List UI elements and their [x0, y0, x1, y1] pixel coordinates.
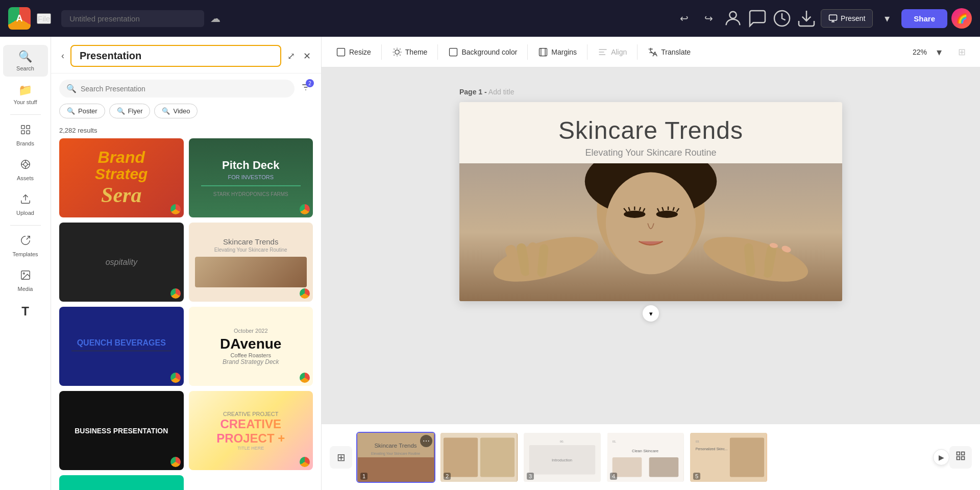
svg-rect-22 — [450, 48, 457, 56]
thumb-1-menu[interactable]: ⋯ — [420, 435, 432, 447]
template-card-business[interactable]: BUSINESS PRESENTATION — [59, 391, 184, 470]
sidebar-item-assets[interactable]: Assets — [3, 154, 48, 186]
present-button[interactable]: Present — [821, 9, 873, 28]
align-button[interactable]: Align — [592, 43, 633, 61]
template-card-quench[interactable]: QUENCH BEVERAGES — [59, 307, 184, 386]
thumb-3-image: 00. Introduction — [524, 433, 601, 482]
sidebar-item-text[interactable]: T — [3, 299, 48, 324]
main-layout: 🔍 Search 📁 Your stuff Brands Assets Uplo… — [0, 37, 980, 490]
svg-text:Elevating Your Skincare Routin: Elevating Your Skincare Routine — [371, 452, 420, 456]
template-card-skincare[interactable]: Skincare Trends Elevating Your Skincare … — [189, 223, 313, 302]
filmstrip-thumb-2[interactable]: 2 — [439, 432, 519, 483]
template-card-pitchdeck2[interactable]: Pitch Deck — [59, 475, 184, 490]
filmstrip: ⊞ Skincare Trends Elevating Your Skincar… — [322, 424, 980, 490]
filmstrip-action-button[interactable] — [949, 446, 972, 469]
card-brand-icon-8 — [300, 457, 310, 467]
svg-text:Personalized Skinc...: Personalized Skinc... — [696, 447, 728, 450]
filmstrip-grid-button[interactable]: ⊞ — [330, 446, 352, 469]
zoom-dropdown[interactable]: ▾ — [929, 42, 949, 62]
document-title-input[interactable] — [61, 10, 204, 27]
template-card-brand-strategy[interactable]: Brand Strateg Sera — [59, 138, 184, 217]
svg-rect-66 — [444, 437, 478, 477]
collaborators-button[interactable] — [723, 8, 743, 29]
panel-back-button[interactable]: ‹ — [59, 48, 66, 63]
search-input[interactable] — [81, 85, 287, 93]
undo-button[interactable]: ↩ — [674, 8, 694, 29]
template-card-hospitality[interactable]: ospitality — [59, 223, 184, 302]
chip-poster-icon: 🔍 — [67, 107, 75, 115]
chip-flyer[interactable]: 🔍 Flyer — [109, 104, 151, 118]
theme-button[interactable]: Theme — [386, 43, 434, 61]
card-brand-icon-6 — [300, 373, 310, 383]
svg-rect-76 — [649, 457, 679, 477]
present-dropdown[interactable]: ▾ — [877, 8, 897, 29]
sidebar-item-upload[interactable]: Upload — [3, 188, 48, 221]
thumb-4-num: 4 — [610, 473, 617, 480]
app-logo[interactable]: A — [8, 7, 31, 30]
fit-to-screen-button[interactable]: ⊞ — [951, 42, 972, 62]
svg-rect-23 — [540, 48, 547, 56]
svg-point-16 — [23, 273, 24, 274]
thumb-2-image — [440, 433, 518, 482]
topbar: A File ☁ ↩ ↪ Present ▾ Share 🌈 — [0, 0, 980, 37]
filmstrip-scroll-area: Skincare Trends Elevating Your Skincare … — [356, 432, 972, 483]
sidebar-icons: 🔍 Search 📁 Your stuff Brands Assets Uplo… — [0, 37, 51, 490]
comments-button[interactable] — [747, 8, 768, 29]
share-button[interactable]: Share — [901, 9, 947, 28]
thumb-3-num: 3 — [527, 473, 534, 480]
templates-icon — [20, 235, 31, 249]
sidebar-item-your-stuff[interactable]: 📁 Your stuff — [3, 79, 48, 110]
timer-button[interactable] — [772, 8, 792, 29]
resize-button[interactable]: Resize — [330, 43, 377, 61]
sidebar-item-templates[interactable]: Templates — [3, 230, 48, 262]
user-avatar[interactable]: 🌈 — [951, 8, 972, 29]
panel-chips: 🔍 Poster 🔍 Flyer 🔍 Video — [51, 104, 321, 125]
redo-button[interactable]: ↪ — [698, 8, 719, 29]
chip-video[interactable]: 🔍 Video — [154, 104, 198, 118]
slide-subtitle-text: Elevating Your Skincare Routine — [480, 148, 822, 158]
slide-image-area — [459, 163, 842, 301]
template-card-pitch-deck[interactable]: Pitch Deck FOR INVESTORS STARK HYDROPONI… — [189, 138, 313, 217]
slide-face-image — [459, 163, 842, 301]
search-input-icon: 🔍 — [66, 84, 77, 93]
sidebar-item-search[interactable]: 🔍 Search — [3, 45, 48, 77]
filmstrip-thumb-4[interactable]: 01. Clean Skincare 4 — [606, 432, 685, 483]
sidebar-item-brands[interactable]: Brands — [3, 119, 48, 152]
collapse-button[interactable]: ▾ — [643, 305, 659, 322]
svg-rect-7 — [26, 131, 29, 134]
svg-point-37 — [624, 211, 645, 218]
folder-icon: 📁 — [18, 84, 32, 97]
background-color-button[interactable]: Background color — [442, 43, 523, 61]
filter-button[interactable]: 2 — [299, 80, 313, 97]
svg-point-9 — [23, 162, 27, 166]
template-card-creative[interactable]: CREATIVE PROJECT CREATIVEPROJECT + TITLE… — [189, 391, 313, 470]
panel-expand-button[interactable]: ⤢ — [285, 48, 297, 64]
svg-rect-67 — [480, 437, 514, 477]
svg-rect-82 — [962, 452, 965, 455]
cloud-save-icon[interactable]: ☁ — [210, 12, 220, 24]
slide-canvas[interactable]: Skincare Trends Elevating Your Skincare … — [459, 102, 842, 301]
filmstrip-thumb-5[interactable]: 03. Personalized Skinc... 5 — [689, 432, 768, 483]
thumb-5-num: 5 — [693, 473, 700, 480]
filmstrip-thumb-1[interactable]: Skincare Trends Elevating Your Skincare … — [356, 432, 435, 483]
download-button[interactable] — [796, 8, 817, 29]
card-brand-icon-4 — [300, 288, 310, 299]
filmstrip-thumb-3[interactable]: 00. Introduction 3 — [523, 432, 602, 483]
upload-icon — [20, 193, 31, 208]
sidebar-item-media[interactable]: Media — [3, 264, 48, 297]
chip-poster[interactable]: 🔍 Poster — [59, 104, 105, 118]
panel-close-button[interactable]: ✕ — [301, 48, 313, 64]
canvas-wrapper[interactable]: Page 1 - Add title Skincare Trends Eleva… — [322, 67, 980, 424]
svg-text:Clean Skincare: Clean Skincare — [632, 449, 658, 453]
canvas-inner: Page 1 - Add title Skincare Trends Eleva… — [459, 88, 842, 322]
margins-button[interactable]: Margins — [532, 43, 583, 61]
zoom-controls: 22% ▾ ⊞ — [913, 42, 972, 62]
filmstrip-next-button[interactable]: ▶ — [933, 449, 949, 465]
template-card-avenue[interactable]: October 2022 DAvenue Coffee Roasters Bra… — [189, 307, 313, 386]
translate-button[interactable]: Translate — [642, 43, 697, 61]
svg-text:Introduction: Introduction — [552, 457, 572, 462]
card-brand-icon — [170, 204, 181, 214]
brands-icon — [20, 124, 31, 138]
chip-video-icon: 🔍 — [162, 107, 170, 115]
file-menu-button[interactable]: File — [37, 13, 51, 24]
